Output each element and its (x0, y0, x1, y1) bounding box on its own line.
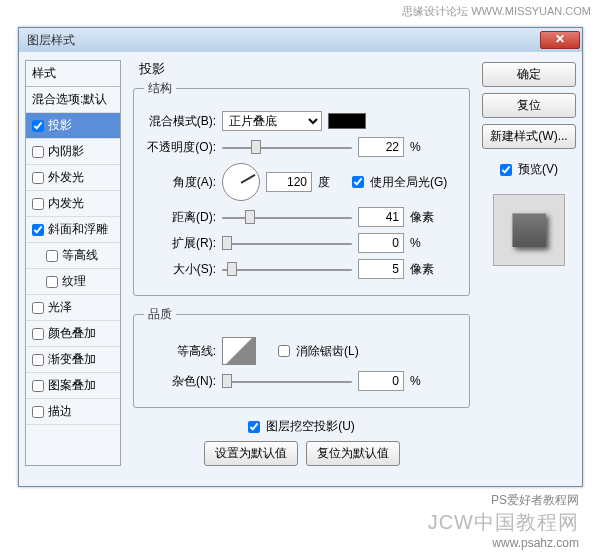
style-check[interactable] (32, 120, 44, 132)
preview-swatch (512, 213, 546, 247)
layer-style-dialog: 图层样式 ✕ 样式 混合选项:默认 投影 内阴影 外发光 内发光 斜面和浮雕 等… (18, 27, 583, 487)
close-button[interactable]: ✕ (540, 31, 580, 49)
quality-group: 品质 等高线: 消除锯齿(L) 杂色(N): % (133, 306, 470, 408)
spread-unit: % (410, 236, 438, 250)
style-check[interactable] (32, 302, 44, 314)
distance-input[interactable] (358, 207, 404, 227)
opacity-slider[interactable] (222, 137, 352, 157)
style-check[interactable] (32, 172, 44, 184)
noise-unit: % (410, 374, 438, 388)
structure-legend: 结构 (144, 80, 176, 97)
style-inner-shadow[interactable]: 内阴影 (26, 139, 120, 165)
size-label: 大小(S): (144, 261, 216, 278)
ok-button[interactable]: 确定 (482, 62, 576, 87)
style-check[interactable] (32, 406, 44, 418)
angle-dial[interactable] (222, 163, 260, 201)
spread-input[interactable] (358, 233, 404, 253)
opacity-unit: % (410, 140, 438, 154)
dialog-title: 图层样式 (27, 32, 75, 49)
new-style-button[interactable]: 新建样式(W)... (482, 124, 576, 149)
antialias-check[interactable] (278, 345, 290, 357)
style-check[interactable] (32, 198, 44, 210)
knockout-label: 图层挖空投影(U) (266, 418, 355, 435)
style-check[interactable] (32, 328, 44, 340)
contour-picker[interactable] (222, 337, 256, 365)
style-contour[interactable]: 等高线 (26, 243, 120, 269)
style-color-overlay[interactable]: 颜色叠加 (26, 321, 120, 347)
style-check[interactable] (46, 250, 58, 262)
angle-unit: 度 (318, 174, 346, 191)
style-pattern-overlay[interactable]: 图案叠加 (26, 373, 120, 399)
right-panel: 确定 复位 新建样式(W)... 预览(V) (482, 60, 576, 466)
styles-panel: 样式 混合选项:默认 投影 内阴影 外发光 内发光 斜面和浮雕 等高线 纹理 光… (25, 60, 121, 466)
main-panel: 投影 结构 混合模式(B): 正片叠底 不透明度(O): % 角度(A): (125, 60, 478, 466)
reset-default-button[interactable]: 复位为默认值 (306, 441, 400, 466)
blend-options-header[interactable]: 混合选项:默认 (26, 87, 120, 113)
noise-slider[interactable] (222, 371, 352, 391)
style-check[interactable] (46, 276, 58, 288)
opacity-label: 不透明度(O): (144, 139, 216, 156)
style-texture[interactable]: 纹理 (26, 269, 120, 295)
color-swatch[interactable] (328, 113, 366, 129)
angle-input[interactable] (266, 172, 312, 192)
distance-unit: 像素 (410, 209, 438, 226)
top-watermark: 思缘设计论坛 WWW.MISSYUAN.COM (0, 0, 601, 23)
style-check[interactable] (32, 146, 44, 158)
titlebar[interactable]: 图层样式 ✕ (19, 28, 582, 52)
style-gradient-overlay[interactable]: 渐变叠加 (26, 347, 120, 373)
noise-label: 杂色(N): (144, 373, 216, 390)
distance-slider[interactable] (222, 207, 352, 227)
global-light-check[interactable] (352, 176, 364, 188)
style-bevel[interactable]: 斜面和浮雕 (26, 217, 120, 243)
blend-mode-label: 混合模式(B): (144, 113, 216, 130)
preview-label: 预览(V) (518, 161, 558, 178)
antialias-label: 消除锯齿(L) (296, 343, 359, 360)
spread-label: 扩展(R): (144, 235, 216, 252)
size-slider[interactable] (222, 259, 352, 279)
effect-title: 投影 (133, 60, 470, 78)
structure-group: 结构 混合模式(B): 正片叠底 不透明度(O): % 角度(A): 度 (133, 80, 470, 296)
style-satin[interactable]: 光泽 (26, 295, 120, 321)
style-stroke[interactable]: 描边 (26, 399, 120, 425)
bottom-watermark: PS爱好者教程网 JCW中国教程网 www.psahz.com (428, 492, 579, 550)
style-check[interactable] (32, 354, 44, 366)
size-unit: 像素 (410, 261, 438, 278)
knockout-check[interactable] (248, 421, 260, 433)
contour-label: 等高线: (144, 343, 216, 360)
opacity-input[interactable] (358, 137, 404, 157)
reset-button[interactable]: 复位 (482, 93, 576, 118)
style-check[interactable] (32, 224, 44, 236)
distance-label: 距离(D): (144, 209, 216, 226)
preview-check[interactable] (500, 164, 512, 176)
spread-slider[interactable] (222, 233, 352, 253)
noise-input[interactable] (358, 371, 404, 391)
angle-label: 角度(A): (144, 174, 216, 191)
blend-mode-select[interactable]: 正片叠底 (222, 111, 322, 131)
make-default-button[interactable]: 设置为默认值 (204, 441, 298, 466)
style-inner-glow[interactable]: 内发光 (26, 191, 120, 217)
style-drop-shadow[interactable]: 投影 (26, 113, 120, 139)
size-input[interactable] (358, 259, 404, 279)
style-check[interactable] (32, 380, 44, 392)
style-outer-glow[interactable]: 外发光 (26, 165, 120, 191)
global-light-label: 使用全局光(G) (370, 174, 447, 191)
styles-header: 样式 (26, 61, 120, 87)
quality-legend: 品质 (144, 306, 176, 323)
preview-box (493, 194, 565, 266)
